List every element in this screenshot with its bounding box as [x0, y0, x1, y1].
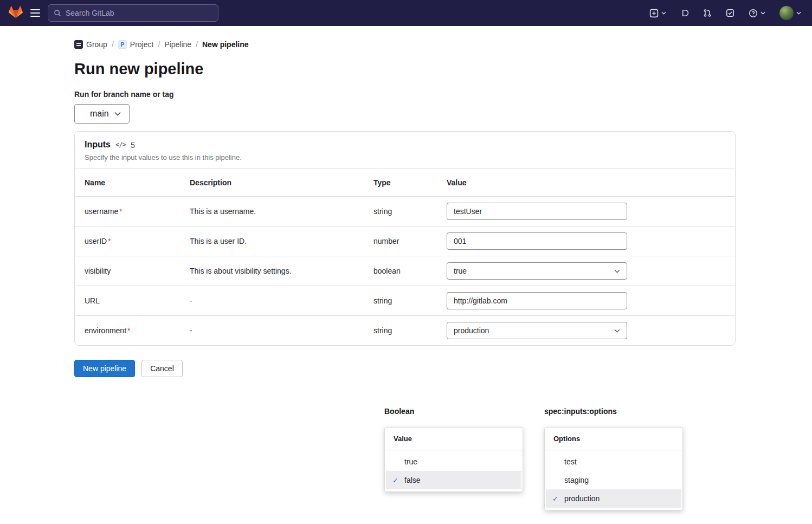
breadcrumb-current: New pipeline [202, 40, 249, 49]
code-icon: </> [115, 141, 126, 148]
merge-request-icon [703, 9, 712, 17]
new-pipeline-button[interactable]: New pipeline [74, 360, 135, 377]
option-test[interactable]: test [546, 452, 681, 471]
input-description: This is about visibility settings. [180, 256, 364, 286]
input-description: This is a username. [180, 197, 364, 227]
search-icon [54, 9, 61, 17]
option-true[interactable]: true [386, 452, 521, 471]
input-type: boolean [364, 256, 437, 286]
gitlab-logo-icon[interactable] [9, 6, 23, 20]
visibility-selected-value: true [454, 267, 467, 275]
table-row-environment: environment* - string production [75, 316, 735, 346]
input-description: - [180, 286, 364, 316]
breadcrumb-separator: / [196, 40, 198, 49]
breadcrumb-project-label: Project [130, 40, 154, 49]
chevron-down-icon [661, 11, 666, 15]
boolean-panel-header: Value [385, 428, 523, 450]
breadcrumb-pipeline-link[interactable]: Pipeline [164, 40, 191, 49]
visibility-value-select[interactable]: true [447, 262, 627, 280]
environment-selected-value: production [454, 326, 489, 335]
breadcrumb-separator: / [158, 40, 160, 49]
issues-button[interactable] [680, 9, 689, 17]
group-avatar [74, 40, 83, 49]
option-production[interactable]: ✓ production [546, 489, 681, 508]
issues-icon [680, 9, 689, 17]
help-icon [749, 9, 758, 18]
inputs-card-header: Inputs </> 5 Specify the input values to… [75, 132, 735, 169]
header-type: Type [364, 169, 437, 197]
required-asterisk: * [127, 326, 130, 335]
boolean-dropdown-example: Boolean Value true ✓ false [384, 407, 523, 492]
input-name: visibility [85, 267, 111, 275]
page-title: Run new pipeline [74, 59, 812, 79]
input-type: string [364, 286, 437, 316]
option-label: true [404, 457, 417, 466]
chevron-down-icon [796, 11, 801, 15]
header-name: Name [75, 169, 180, 197]
header-description: Description [180, 169, 364, 197]
input-type: string [364, 316, 437, 346]
form-actions: New pipeline Cancel [74, 360, 812, 377]
todo-check-icon [726, 9, 734, 17]
environment-value-select[interactable]: production [447, 322, 627, 339]
cancel-button[interactable]: Cancel [141, 360, 183, 377]
breadcrumb-separator: / [112, 40, 114, 49]
project-avatar: P [118, 40, 127, 49]
option-false[interactable]: ✓ false [386, 471, 521, 489]
inputs-card-title: Inputs [85, 140, 111, 150]
options-example-title: spec:inputs:options [544, 407, 683, 416]
table-row-username: username* This is a username. string [75, 197, 735, 227]
help-button[interactable] [749, 9, 765, 18]
options-panel-header: Options [545, 428, 682, 450]
required-asterisk: * [108, 237, 111, 245]
top-navbar [0, 0, 812, 26]
option-staging[interactable]: staging [546, 471, 681, 489]
username-value-input[interactable] [447, 203, 627, 220]
inputs-count: 5 [131, 140, 135, 150]
user-avatar [779, 6, 794, 20]
option-label: staging [564, 476, 589, 484]
option-label: production [564, 494, 600, 503]
userid-value-input[interactable] [447, 232, 627, 250]
input-name: environment [85, 326, 126, 335]
hamburger-menu-icon[interactable] [30, 9, 40, 17]
search-input[interactable] [66, 9, 212, 17]
url-value-input[interactable] [447, 292, 627, 309]
check-icon: ✓ [392, 476, 404, 484]
plus-square-icon [649, 9, 659, 18]
input-name: userID [85, 237, 107, 245]
input-type: number [364, 227, 437, 256]
main-content: Group / P Project / Pipeline / New pipel… [0, 40, 812, 377]
branch-selector-value: main [90, 109, 109, 119]
chevron-down-icon [761, 11, 765, 15]
merge-requests-button[interactable] [703, 9, 712, 17]
table-row-visibility: visibility This is about visibility sett… [75, 256, 735, 286]
check-icon: ✓ [552, 495, 564, 503]
input-name: URL [85, 296, 100, 305]
chevron-down-icon [614, 269, 620, 273]
todos-button[interactable] [726, 9, 734, 17]
global-search-box[interactable] [48, 4, 218, 22]
input-type: string [364, 197, 437, 227]
breadcrumb-project-link[interactable]: P Project [118, 40, 154, 49]
inputs-card: Inputs </> 5 Specify the input values to… [74, 131, 736, 346]
inputs-table: Name Description Type Value username* Th… [75, 169, 735, 345]
inputs-table-header-row: Name Description Type Value [75, 169, 735, 197]
chevron-down-icon [114, 112, 121, 116]
user-menu-button[interactable] [779, 6, 801, 20]
option-label: false [404, 476, 421, 484]
branch-selector[interactable]: main [74, 104, 130, 124]
header-value: Value [437, 169, 735, 197]
create-new-button[interactable] [649, 9, 666, 18]
branch-label: Run for branch name or tag [74, 90, 812, 99]
boolean-dropdown-panel: Value true ✓ false [384, 427, 523, 492]
breadcrumb: Group / P Project / Pipeline / New pipel… [74, 40, 812, 49]
input-description: - [180, 316, 364, 346]
boolean-example-title: Boolean [384, 407, 523, 416]
breadcrumb-group-label: Group [86, 40, 107, 49]
options-dropdown-panel: Options test staging ✓ production [544, 427, 683, 510]
breadcrumb-group-link[interactable]: Group [74, 40, 107, 49]
inputs-card-subtitle: Specify the input values to use this in … [85, 153, 725, 161]
spec-inputs-options-example: spec:inputs:options Options test staging… [544, 407, 683, 510]
option-label: test [564, 457, 577, 466]
